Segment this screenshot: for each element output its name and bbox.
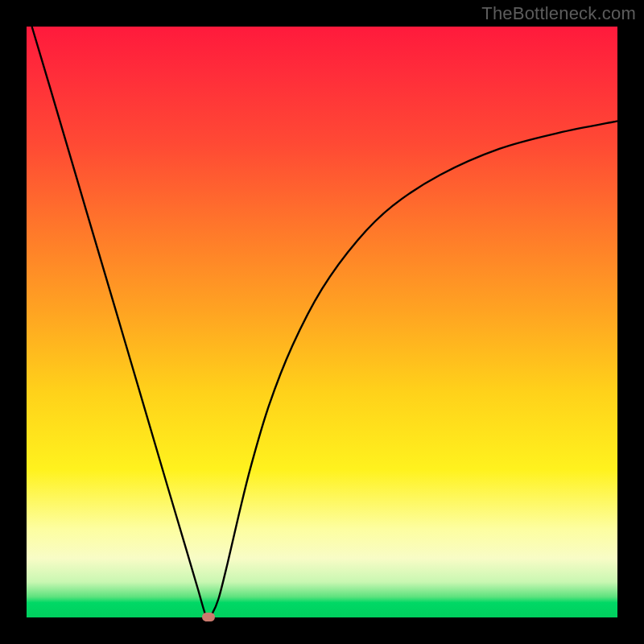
watermark-text: TheBottleneck.com <box>481 3 636 24</box>
plot-area <box>27 27 617 617</box>
chart-frame: TheBottleneck.com <box>0 0 644 644</box>
optimum-marker <box>202 613 215 621</box>
bottleneck-curve <box>27 27 617 617</box>
